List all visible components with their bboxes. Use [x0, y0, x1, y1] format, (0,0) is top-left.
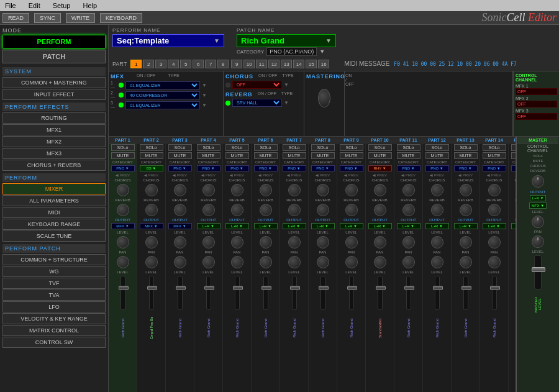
- ch-14-level-knob[interactable]: [488, 236, 501, 248]
- ch-5-level-knob[interactable]: [231, 236, 243, 248]
- ch-13-chorus-knob[interactable]: [460, 184, 472, 196]
- ch-9-category[interactable]: PNO ▼: [340, 165, 363, 171]
- ch-13-output[interactable]: L+R ▼: [454, 223, 478, 229]
- ch-8-reverb-knob[interactable]: [317, 204, 329, 216]
- master-output-mfx[interactable]: MFX ▼: [529, 203, 547, 209]
- ch-5-pan-knob[interactable]: [231, 256, 243, 268]
- sidebar-mixer[interactable]: MIXER: [2, 183, 106, 194]
- ch-2-fader[interactable]: [149, 276, 154, 310]
- ch-6-solo[interactable]: SOLo: [254, 144, 278, 151]
- ch-3-solo[interactable]: SOLo: [168, 144, 192, 151]
- ch-7-chorus-knob[interactable]: [288, 184, 301, 196]
- part-btn-11[interactable]: 11: [256, 60, 267, 68]
- ch-2-output[interactable]: MFX ▼: [140, 223, 163, 229]
- keyboard-button[interactable]: KEYBOARD: [100, 13, 142, 23]
- part-btn-9[interactable]: 9: [231, 60, 242, 68]
- ch-10-category[interactable]: RHY ▼: [368, 165, 392, 171]
- ch-5-reverb-knob[interactable]: [231, 204, 243, 216]
- ch-12-solo[interactable]: SOLo: [425, 144, 449, 151]
- reverb-type-select[interactable]: SRV HALL: [232, 99, 282, 107]
- ch-8-level-knob[interactable]: [317, 236, 329, 248]
- ch-1-solo[interactable]: SOLo: [111, 144, 135, 151]
- ch-6-chorus-knob[interactable]: [260, 184, 272, 196]
- mfx-led-1[interactable]: [119, 83, 124, 88]
- ch-8-chorus-knob[interactable]: [317, 184, 329, 196]
- ch-9-output[interactable]: L+R ▼: [340, 223, 363, 229]
- ch-3-reverb-knob[interactable]: [174, 204, 186, 216]
- part-btn-5[interactable]: 5: [180, 60, 191, 68]
- ch-12-reverb-knob[interactable]: [431, 204, 443, 216]
- mfx2-value[interactable]: OFF: [516, 101, 557, 107]
- ch-15-category[interactable]: PNO ▼: [511, 165, 516, 171]
- ch-4-level-knob[interactable]: [202, 236, 215, 248]
- ch-2-reverb-knob[interactable]: [145, 204, 158, 216]
- ch-2-pan-knob[interactable]: [145, 256, 158, 268]
- ch-14-mute[interactable]: MUTE: [483, 152, 506, 159]
- ch-8-category[interactable]: PNO ▼: [311, 165, 335, 171]
- menu-edit[interactable]: Edit: [26, 2, 43, 9]
- ch-1-output[interactable]: MFX ▼: [111, 223, 135, 229]
- ch-14-output[interactable]: L+R ▼: [483, 223, 506, 229]
- ch-9-mute[interactable]: MUTE: [340, 152, 363, 159]
- mfx-led-3[interactable]: [119, 103, 124, 107]
- ch-2-category[interactable]: BS ▼: [140, 165, 163, 171]
- ch-11-solo[interactable]: SOLo: [397, 144, 420, 151]
- ch-15-mute[interactable]: MUTE: [511, 152, 516, 159]
- ch-8-prev[interactable]: ◀ PREV: [316, 173, 330, 177]
- ch-13-fader[interactable]: [463, 276, 468, 310]
- ch-9-solo[interactable]: SOLo: [340, 144, 363, 151]
- ch-13-prev[interactable]: ◀ PREV: [458, 173, 473, 177]
- ch-14-category[interactable]: PNO ▼: [483, 165, 506, 171]
- ch-10-pan-knob[interactable]: [374, 256, 386, 268]
- master-pan-knob[interactable]: [532, 235, 544, 248]
- ch-11-mute[interactable]: MUTE: [397, 152, 420, 159]
- ch-9-level-knob[interactable]: [345, 236, 358, 248]
- ch-5-prev[interactable]: ◀ PREV: [230, 173, 244, 177]
- part-btn-15[interactable]: 15: [306, 60, 317, 68]
- ch-6-category[interactable]: PNO ▼: [254, 165, 278, 171]
- mastering-knob[interactable]: [318, 89, 330, 107]
- mfx3-value[interactable]: OFF: [516, 113, 557, 120]
- ch-10-output[interactable]: L+R ▼: [368, 223, 392, 229]
- ch-10-prev[interactable]: ◀ PREV: [373, 173, 387, 177]
- ch-14-fader[interactable]: [492, 276, 497, 310]
- ch-13-mute[interactable]: MUTE: [454, 152, 478, 159]
- sidebar-common-mastering[interactable]: COMMON + MASTERING: [2, 77, 106, 88]
- mfx1-value[interactable]: OFF: [516, 88, 557, 95]
- part-btn-14[interactable]: 14: [293, 60, 304, 68]
- ch-7-output[interactable]: L+R ▼: [283, 223, 306, 229]
- master-fader[interactable]: [534, 255, 542, 289]
- ch-12-fader[interactable]: [435, 276, 440, 310]
- ch-7-category[interactable]: PNO ▼: [283, 165, 306, 171]
- part-btn-7[interactable]: 7: [205, 60, 216, 68]
- ch-4-prev[interactable]: ◀ PREV: [201, 173, 216, 177]
- sidebar-tva[interactable]: TVA: [2, 289, 106, 301]
- menu-help[interactable]: Help: [80, 2, 99, 9]
- ch-7-pan-knob[interactable]: [288, 256, 301, 268]
- ch-5-mute[interactable]: MUTE: [225, 152, 249, 159]
- ch-7-fader[interactable]: [292, 276, 297, 310]
- ch-2-mute[interactable]: MUTE: [140, 152, 163, 159]
- ch-8-mute[interactable]: MUTE: [311, 152, 335, 159]
- ch-2-prev[interactable]: ◀ PREV: [144, 173, 158, 177]
- patch-mode-button[interactable]: PATCH: [2, 50, 106, 63]
- mfx-type-select-2[interactable]: 40 COMPRESSOR: [125, 91, 200, 99]
- ch-10-mute[interactable]: MUTE: [368, 152, 392, 159]
- ch-4-mute[interactable]: MUTE: [197, 152, 220, 159]
- part-btn-3[interactable]: 3: [155, 60, 166, 68]
- mfx-type-select-3[interactable]: 01 EQUALIZER: [125, 101, 200, 109]
- ch-3-level-knob[interactable]: [174, 236, 186, 248]
- mfx-led-2[interactable]: [119, 93, 124, 98]
- ch-3-fader[interactable]: [178, 276, 183, 310]
- ch-6-pan-knob[interactable]: [260, 256, 272, 268]
- sync-button[interactable]: SYNC: [34, 13, 61, 23]
- ch-14-pan-knob[interactable]: [488, 256, 501, 268]
- ch-14-prev[interactable]: ◀ PREV: [487, 173, 501, 177]
- chorus-led[interactable]: [225, 83, 230, 88]
- ch-11-reverb-knob[interactable]: [402, 204, 415, 216]
- ch-13-pan-knob[interactable]: [460, 256, 472, 268]
- ch-15-output[interactable]: L+R ▼: [511, 223, 516, 229]
- ch-11-level-knob[interactable]: [402, 236, 415, 248]
- ch-9-pan-knob[interactable]: [345, 256, 358, 268]
- ch-7-solo[interactable]: SOLo: [283, 144, 306, 151]
